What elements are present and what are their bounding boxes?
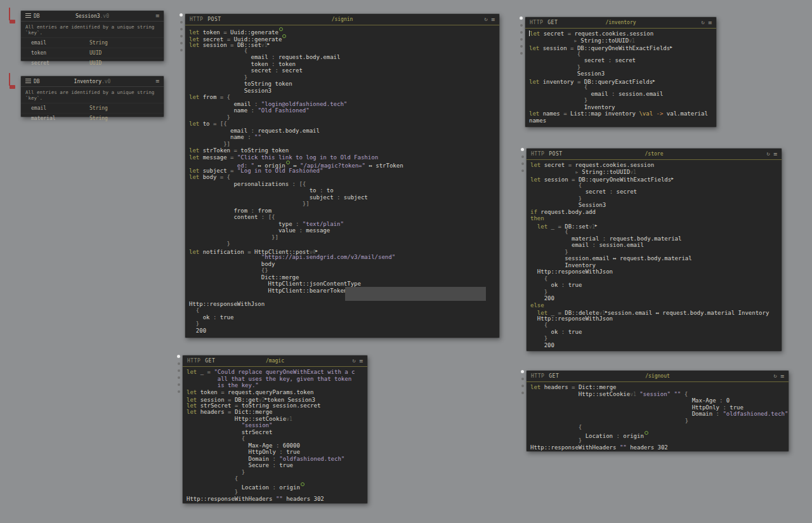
- code-line[interactable]: }: [530, 195, 778, 202]
- trace-dot[interactable]: [180, 42, 183, 44]
- code-line[interactable]: ok : true: [530, 282, 778, 289]
- code-line[interactable]: let secret = Uuid::generate: [189, 34, 495, 41]
- code-line[interactable]: secret : secret: [529, 57, 712, 64]
- trace-dot[interactable]: [178, 362, 180, 365]
- code-line[interactable]: let headers = Dict::merge: [530, 384, 785, 391]
- field-type[interactable]: UUID: [89, 50, 102, 56]
- db-field-row[interactable]: tokenUUID: [21, 48, 164, 58]
- code-line[interactable]: let strSecret = toString session.secret: [187, 402, 363, 409]
- code-line[interactable]: Http::responseWithJson: [530, 315, 778, 322]
- field-type[interactable]: String: [89, 105, 108, 111]
- code-line[interactable]: personalizations : [{: [189, 181, 495, 188]
- code-line[interactable]: {: [529, 84, 712, 91]
- refresh-icon[interactable]: ↻: [702, 20, 705, 25]
- menu-icon[interactable]: ≡: [491, 17, 495, 23]
- handler-code[interactable]: let secret = request.cookies.session ▹ S…: [527, 160, 782, 351]
- refresh-icon[interactable]: ↻: [774, 373, 777, 379]
- code-line[interactable]: Http::responseWithHeaders "" headers 302: [530, 444, 785, 451]
- code-line[interactable]: }: [189, 114, 495, 121]
- code-line[interactable]: }]: [189, 201, 495, 208]
- trace-dot[interactable]: [178, 383, 180, 386]
- trace-dot-active[interactable]: [177, 355, 180, 358]
- code-line[interactable]: body: [189, 261, 495, 268]
- trace-dot[interactable]: [180, 35, 183, 37]
- handler-route[interactable]: /signin: [185, 17, 499, 22]
- field-name[interactable]: secret: [21, 60, 89, 66]
- code-line[interactable]: 200: [530, 295, 778, 302]
- code-line[interactable]: if request.body.add: [530, 209, 778, 216]
- code-line[interactable]: ▹ String::toUUIDv1: [530, 169, 778, 176]
- code-line[interactable]: 200: [530, 342, 778, 349]
- trace-dot[interactable]: [180, 28, 183, 30]
- refresh-icon[interactable]: ↻: [767, 151, 770, 157]
- menu-icon[interactable]: ≡: [780, 373, 784, 380]
- code-line[interactable]: "session": [187, 422, 363, 429]
- trace-dot[interactable]: [520, 38, 523, 41]
- code-line[interactable]: }: [189, 241, 495, 248]
- code-line[interactable]: name : "": [189, 134, 495, 141]
- trace-dot[interactable]: [521, 378, 524, 380]
- db-header[interactable]: DB Inventory.v0 ≡: [21, 76, 164, 87]
- code-line[interactable]: HttpClient::jsonContentType: [189, 281, 495, 288]
- trace-dot[interactable]: [521, 169, 524, 172]
- trace-dot[interactable]: [520, 31, 523, 34]
- code-line[interactable]: {: [530, 182, 778, 189]
- code-line[interactable]: let strToken = toString token: [189, 147, 495, 154]
- db-field-row[interactable]: materialString: [21, 114, 164, 123]
- code-line[interactable]: {: [530, 228, 778, 235]
- code-line[interactable]: let session = DB::setv1▶: [189, 41, 495, 48]
- field-name[interactable]: email: [21, 105, 89, 111]
- trace-dot[interactable]: [520, 52, 523, 55]
- code-line[interactable]: }: [530, 335, 778, 342]
- code-line[interactable]: let message = "Click this link to log in…: [189, 154, 495, 161]
- code-line[interactable]: }: [187, 469, 363, 476]
- handler-header[interactable]: HTTP GET /magic ↻ ≡: [183, 355, 367, 367]
- code-line[interactable]: {: [187, 435, 363, 442]
- code-line[interactable]: value : message: [189, 227, 495, 234]
- handler-header[interactable]: HTTP POST /store ↻ ≡: [527, 149, 782, 160]
- code-line[interactable]: let _ = DB::setv1▶: [530, 222, 778, 229]
- field-name[interactable]: token: [21, 50, 89, 56]
- code-line[interactable]: from : from: [189, 208, 495, 215]
- selected-value-block[interactable]: [345, 287, 486, 301]
- code-line[interactable]: email : request.body.email: [189, 128, 495, 135]
- handler-code[interactable]: let headers = Dict::merge Http::setCooki…: [527, 382, 789, 453]
- code-line[interactable]: Location : origin: [187, 482, 363, 489]
- code-line[interactable]: then: [530, 215, 778, 222]
- code-line[interactable]: email : session.email: [529, 91, 712, 98]
- code-line[interactable]: "https://api.sendgrid.com/v3/mail/send": [189, 254, 495, 261]
- menu-icon[interactable]: ≡: [155, 13, 159, 19]
- code-line[interactable]: strSecret: [187, 429, 363, 436]
- code-line[interactable]: {: [530, 275, 778, 282]
- code-line[interactable]: HttpOnly : true: [187, 449, 363, 456]
- code-line[interactable]: email : "login@oldfashioned.tech": [189, 101, 495, 108]
- code-line[interactable]: 200: [189, 328, 495, 334]
- trace-dot-active[interactable]: [521, 370, 524, 373]
- code-line[interactable]: is the key.": [187, 382, 363, 389]
- field-name[interactable]: email: [21, 40, 89, 46]
- trace-dot-active[interactable]: [521, 148, 524, 151]
- handler-header[interactable]: HTTP POST /signin ↻ ≡: [185, 14, 499, 25]
- code-line[interactable]: let _ = "Could replace queryOneWithExact…: [187, 369, 363, 376]
- handler-code[interactable]: let secret = request.cookies.session ▹ S…: [525, 29, 716, 126]
- code-line[interactable]: {}: [189, 267, 495, 274]
- code-line[interactable]: secret : secret: [189, 67, 495, 74]
- handler-code[interactable]: let _ = "Could replace queryOneWithExact…: [183, 367, 367, 505]
- code-line[interactable]: toString token: [189, 81, 495, 88]
- code-line[interactable]: let body = {: [189, 174, 495, 181]
- code-line[interactable]: email : request.body.email: [189, 54, 495, 61]
- trace-dot[interactable]: [178, 376, 180, 379]
- code-line[interactable]: let _ = DB::deletev1▶session.email ↔ req…: [530, 308, 778, 315]
- code-line[interactable]: names: [529, 117, 712, 124]
- code-line[interactable]: let from = {: [189, 94, 495, 101]
- code-line[interactable]: content : [{: [189, 214, 495, 221]
- code-line[interactable]: let session = DB::queryOneWithExactField…: [529, 44, 712, 51]
- code-line[interactable]: let session = DB::queryOneWithExactField…: [530, 175, 778, 182]
- code-line[interactable]: }]: [189, 141, 495, 148]
- code-line[interactable]: }: [189, 321, 495, 328]
- code-line[interactable]: ed: " ↔ origin ↔ "/api/magic?token=" ↔ s…: [189, 161, 495, 168]
- code-line[interactable]: }: [530, 289, 778, 296]
- menu-icon[interactable]: ≡: [773, 151, 777, 157]
- code-line[interactable]: Http::responseWithJson: [530, 268, 778, 275]
- code-line[interactable]: }: [529, 64, 712, 71]
